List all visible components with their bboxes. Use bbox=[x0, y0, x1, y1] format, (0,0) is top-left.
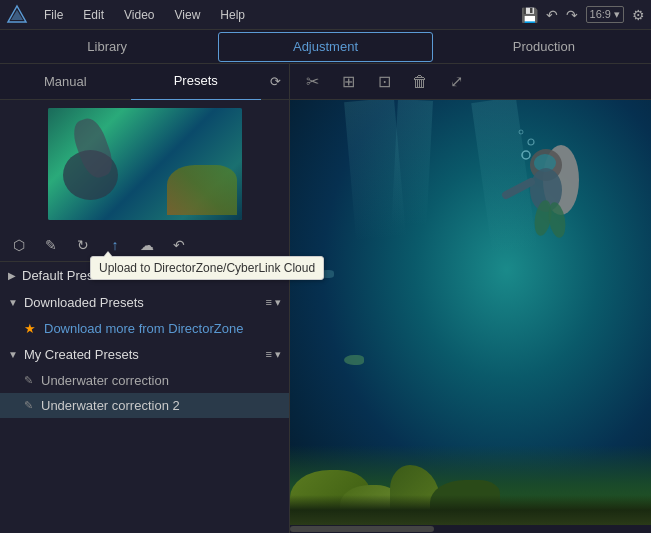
diver-svg bbox=[471, 120, 621, 280]
save-icon[interactable]: 💾 bbox=[521, 7, 538, 23]
menu-view[interactable]: View bbox=[171, 6, 205, 24]
tab-production[interactable]: Production bbox=[437, 29, 651, 65]
tab-adjustment[interactable]: Adjustment bbox=[218, 32, 432, 62]
fish-1 bbox=[344, 355, 364, 365]
right-toolbar: ✂ ⊞ ⊡ 🗑 ⤢ bbox=[290, 64, 651, 100]
svg-line-6 bbox=[506, 182, 531, 195]
downloaded-presets-title: Downloaded Presets bbox=[24, 295, 266, 310]
preset-pencil-icon-1: ✎ bbox=[24, 374, 33, 387]
group-icon-btn[interactable]: ⬡ bbox=[6, 232, 32, 258]
downloaded-presets-menu-icon[interactable]: ≡ ▾ bbox=[266, 296, 281, 309]
preset-label-1: Underwater correction bbox=[41, 373, 169, 388]
preset-label-2: Underwater correction 2 bbox=[41, 398, 180, 413]
menu-video[interactable]: Video bbox=[120, 6, 158, 24]
svg-point-9 bbox=[522, 151, 530, 159]
menu-edit[interactable]: Edit bbox=[79, 6, 108, 24]
adjust-btn[interactable]: ⊡ bbox=[370, 68, 398, 96]
app-logo bbox=[6, 4, 28, 26]
undo-preset-btn[interactable]: ↶ bbox=[166, 232, 192, 258]
settings-icon[interactable]: ⚙ bbox=[632, 7, 645, 23]
right-scrollbar[interactable] bbox=[290, 525, 651, 533]
presets-container: ▶ Default Presets ▼ Downloaded Presets ≡… bbox=[0, 262, 289, 533]
grid-btn[interactable]: ⊞ bbox=[334, 68, 362, 96]
title-bar-right: 💾 ↶ ↷ 16:9 ▾ ⚙ bbox=[521, 6, 645, 23]
underwater-scene bbox=[290, 100, 651, 525]
my-created-presets-toggle-icon: ▼ bbox=[8, 349, 18, 360]
right-scrollbar-thumb[interactable] bbox=[290, 526, 434, 532]
bottom-floor bbox=[290, 495, 651, 525]
thumbnail-image bbox=[48, 108, 242, 220]
redo-icon[interactable]: ↷ bbox=[566, 7, 578, 23]
svg-point-11 bbox=[519, 130, 523, 134]
right-panel: ✂ ⊞ ⊡ 🗑 ⤢ bbox=[290, 64, 651, 533]
menu-help[interactable]: Help bbox=[216, 6, 249, 24]
undo-icon[interactable]: ↶ bbox=[546, 7, 558, 23]
tab-clock[interactable]: ⟳ bbox=[261, 74, 289, 89]
left-panel: Manual Presets ⟳ ⬡ ✎ ↻ ↑ ☁ ↶ Upload to D… bbox=[0, 64, 290, 533]
brush-icon-btn[interactable]: ✎ bbox=[38, 232, 64, 258]
section-my-created-presets[interactable]: ▼ My Created Presets ≡ ▾ bbox=[0, 341, 289, 368]
svg-point-10 bbox=[528, 139, 534, 145]
scissors-btn[interactable]: ✂ bbox=[298, 68, 326, 96]
preset-underwater-correction[interactable]: ✎ Underwater correction bbox=[0, 368, 289, 393]
expand-btn[interactable]: ⤢ bbox=[442, 68, 470, 96]
section-downloaded-presets[interactable]: ▼ Downloaded Presets ≡ ▾ bbox=[0, 289, 289, 316]
my-created-presets-menu-icon[interactable]: ≡ ▾ bbox=[266, 348, 281, 361]
panel-tabs: Manual Presets ⟳ bbox=[0, 64, 289, 100]
trash-btn[interactable]: 🗑 bbox=[406, 68, 434, 96]
downloaded-presets-toggle-icon: ▼ bbox=[8, 297, 18, 308]
aspect-ratio-icon[interactable]: 16:9 ▾ bbox=[586, 6, 624, 23]
upload-tooltip: Upload to DirectorZone/CyberLink Cloud bbox=[90, 256, 324, 280]
menu-file[interactable]: File bbox=[40, 6, 67, 24]
download-link-icon: ★ bbox=[24, 321, 36, 336]
title-bar: File Edit Video View Help 💾 ↶ ↷ 16:9 ▾ ⚙ bbox=[0, 0, 651, 30]
nav-tabs: Library Adjustment Production bbox=[0, 30, 651, 64]
tab-library[interactable]: Library bbox=[0, 29, 214, 65]
preset-toolbar: ⬡ ✎ ↻ ↑ ☁ ↶ Upload to DirectorZone/Cyber… bbox=[0, 228, 289, 262]
default-presets-toggle-icon: ▶ bbox=[8, 270, 16, 281]
light-ray-2 bbox=[389, 100, 433, 281]
download-directorzone-link[interactable]: Download more from DirectorZone bbox=[44, 321, 243, 336]
svg-marker-1 bbox=[11, 10, 23, 20]
cloud-icon-btn[interactable]: ☁ bbox=[134, 232, 160, 258]
main-layout: Manual Presets ⟳ ⬡ ✎ ↻ ↑ ☁ ↶ Upload to D… bbox=[0, 64, 651, 533]
preset-pencil-icon-2: ✎ bbox=[24, 399, 33, 412]
preset-underwater-correction-2[interactable]: ✎ Underwater correction 2 bbox=[0, 393, 289, 418]
tab-presets[interactable]: Presets bbox=[131, 63, 262, 101]
thumbnail-area bbox=[0, 100, 289, 228]
video-preview bbox=[290, 100, 651, 525]
tab-manual[interactable]: Manual bbox=[0, 64, 131, 100]
refresh-icon-btn[interactable]: ↻ bbox=[70, 232, 96, 258]
my-created-presets-title: My Created Presets bbox=[24, 347, 266, 362]
download-directorzone-item[interactable]: ★ Download more from DirectorZone bbox=[0, 316, 289, 341]
